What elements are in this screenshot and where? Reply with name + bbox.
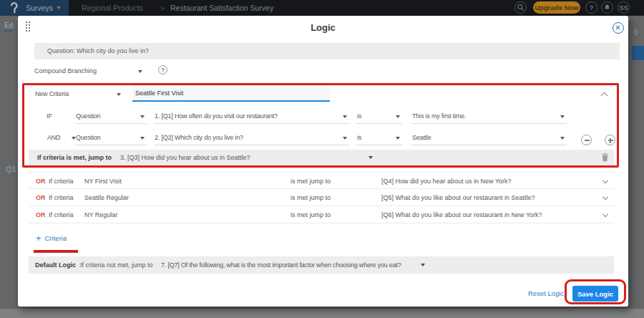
jump-to-label: If criteria is met, jump to [37,154,112,161]
if-criteria-label: If criteria [49,211,74,218]
save-logic-button[interactable]: Save Logic [572,286,618,302]
condition-type-dropdown[interactable]: Question [75,131,147,145]
condition-operator-dropdown[interactable]: is [356,110,402,124]
criteria-target: [Q6] What do you like about our restaura… [381,211,542,218]
help-icon[interactable]: ? [158,65,167,74]
criteria-name-input[interactable] [132,85,330,102]
criteria-target: [Q4] How did you hear about us in New Yo… [381,178,512,185]
default-logic-condition: If criteria not met, jump to [80,261,153,269]
met-jump-label: is met jump to [291,211,331,218]
chevron-down-icon [560,137,565,140]
chevron-down-icon [396,137,400,140]
saved-criteria-row[interactable]: OR If criteria NY First Visit is met jum… [29,172,614,189]
chevron-down-icon [421,264,425,266]
criteria-target: [Q5] What do you like about our restaura… [381,194,535,201]
condition-question-dropdown[interactable]: 1. [Q1] How often do you visit our resta… [154,110,349,124]
saved-criteria-row[interactable]: OR If criteria NY Regular is met jump to… [29,206,614,223]
delete-criteria-icon[interactable] [601,153,609,163]
jump-to-dropdown[interactable]: 3. [Q3] How did you hear about us in Sea… [120,154,250,161]
chevron-down-icon [343,115,347,118]
or-label: OR [36,194,46,201]
condition-value-dropdown[interactable]: This is my first time. [411,110,567,124]
remove-condition-icon[interactable] [581,135,592,145]
annotation-underline-add-criteria [34,250,78,253]
chevron-down-icon [396,115,400,118]
default-logic-dropdown[interactable]: 7. [Q7] Of the following, what is the mo… [161,261,401,269]
add-criteria-button[interactable]: +Criteria [36,233,67,244]
jump-to-bar: If criteria is met, jump to 3. [Q3] How … [29,150,614,165]
default-logic-bar: Default Logic If criteria not met, jump … [29,256,614,274]
met-jump-label: is met jump to [291,194,331,201]
question-header: Question: Which city do you live in? [34,43,620,59]
condition-operator-dropdown[interactable]: is [356,131,402,145]
met-jump-label: is met jump to [291,178,331,185]
chevron-down-icon [140,115,145,118]
add-criteria-label: Criteria [45,234,67,242]
chevron-down-icon[interactable] [602,211,608,217]
default-logic-label: Default Logic [35,261,76,269]
add-condition-icon[interactable] [605,135,615,145]
or-label: OR [36,211,46,218]
chevron-up-icon[interactable] [601,92,608,100]
criteria-name: Seattle Regular [84,194,129,201]
chevron-down-icon [140,137,145,140]
chevron-down-icon[interactable] [602,178,608,183]
condition-value-dropdown[interactable]: Seattle [411,131,567,145]
logic-modal: Logic Question: Which city do you live i… [18,16,628,307]
chevron-down-icon[interactable] [602,194,608,200]
chevron-down-icon [560,115,565,118]
modal-title: Logic [18,22,628,33]
chevron-down-icon [117,93,121,96]
criteria-name: NY Regular [84,211,117,218]
condition-type-dropdown[interactable]: Question [75,110,147,124]
reset-logic-link[interactable]: Reset Logic [528,289,564,297]
connector-label: IF [47,112,52,120]
connector-dropdown[interactable]: AND [47,131,78,145]
or-label: OR [36,178,46,185]
condition-question-dropdown[interactable]: 2. [Q2] Which city do you live in? [154,131,349,145]
logic-type-dropdown[interactable]: Compound Branching [34,67,97,74]
if-criteria-label: If criteria [49,178,74,185]
saved-criteria-row[interactable]: OR If criteria Seattle Regular is met ju… [29,189,614,206]
screen: Surveys Regional Products > Restaurant S… [0,0,644,318]
chevron-down-icon [343,137,347,140]
criteria-name-dropdown[interactable]: New Criteria [34,87,123,102]
close-icon[interactable] [613,22,624,34]
chevron-down-icon [369,156,373,159]
criteria-name: NY First Visit [84,178,122,185]
plus-icon: + [36,233,42,244]
chevron-down-icon [138,70,142,73]
if-criteria-label: If criteria [49,194,74,201]
